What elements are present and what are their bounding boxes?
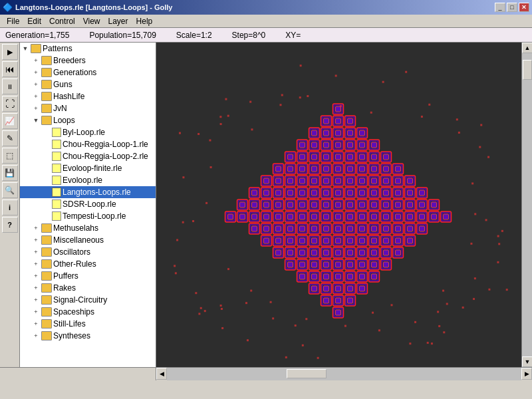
tree-item-methuselahs[interactable]: + Methuselahs bbox=[20, 222, 156, 234]
menu-file[interactable]: File bbox=[3, 15, 23, 27]
tree-item-puffers[interactable]: + Puffers bbox=[20, 270, 156, 282]
tree-item-syntheses[interactable]: + Syntheses bbox=[20, 330, 156, 342]
tree-item-signal-circuitry[interactable]: + Signal-Circuitry bbox=[20, 294, 156, 306]
scroll-thumb-vertical[interactable] bbox=[523, 60, 532, 80]
expander-chou1 bbox=[41, 139, 52, 150]
tree-item-chou1[interactable]: Chou-Reggia-Loop-1.rle bbox=[20, 138, 156, 150]
tree-item-tempesti[interactable]: Tempesti-Loop.rle bbox=[20, 210, 156, 222]
tree-label-oscillators: Oscillators bbox=[53, 247, 90, 257]
expander-hashlife[interactable]: + bbox=[31, 91, 41, 102]
tree-item-langtons[interactable]: Langtons-Loops.rle bbox=[20, 186, 156, 198]
file-tree[interactable]: ▼ Patterns + Breeders + Generations + Gu… bbox=[20, 43, 156, 367]
tree-label-generations: Generations bbox=[53, 68, 96, 77]
expander-evoloop bbox=[41, 175, 52, 186]
folder-icon-methuselahs bbox=[41, 223, 52, 233]
window-controls: _ □ ✕ bbox=[495, 3, 529, 12]
menu-edit[interactable]: Edit bbox=[23, 15, 45, 27]
expander-patterns[interactable]: ▼ bbox=[20, 43, 31, 54]
expander-other-rules[interactable]: + bbox=[31, 259, 41, 269]
tree-label-chou1: Chou-Reggia-Loop-1.rle bbox=[63, 140, 148, 149]
expander-breeders[interactable]: + bbox=[31, 55, 41, 66]
tree-item-guns[interactable]: + Guns bbox=[20, 78, 156, 90]
tree-item-patterns[interactable]: ▼ Patterns bbox=[20, 43, 156, 55]
status-bar: Generation=1,755 Population=15,709 Scale… bbox=[0, 28, 532, 43]
tree-label-signal: Signal-Circuitry bbox=[53, 295, 107, 305]
chart-button[interactable]: 📈 bbox=[2, 113, 18, 129]
expander-oscillators[interactable]: + bbox=[31, 247, 41, 257]
save-button[interactable]: 💾 bbox=[2, 165, 18, 181]
file-icon-chou1 bbox=[52, 140, 61, 149]
expander-misc[interactable]: + bbox=[31, 235, 41, 245]
tree-label-still: Still-Lifes bbox=[53, 319, 86, 329]
menu-control[interactable]: Control bbox=[45, 15, 79, 27]
folder-icon-signal bbox=[41, 295, 52, 305]
folder-icon-breeders bbox=[41, 56, 52, 65]
expander-rakes[interactable]: + bbox=[31, 283, 41, 293]
expander-signal[interactable]: + bbox=[31, 295, 41, 305]
info-button[interactable]: i bbox=[2, 200, 18, 215]
expander-generations[interactable]: + bbox=[31, 67, 41, 78]
tree-item-misc[interactable]: + Miscellaneous bbox=[20, 234, 156, 246]
scroll-track-vertical[interactable] bbox=[522, 53, 532, 356]
tree-item-sdsr[interactable]: SDSR-Loop.rle bbox=[20, 198, 156, 210]
tree-item-breeders[interactable]: + Breeders bbox=[20, 55, 156, 66]
close-button[interactable]: ✕ bbox=[519, 3, 529, 12]
select-button[interactable]: ⬚ bbox=[2, 148, 18, 164]
grid-button[interactable]: ⛶ bbox=[2, 96, 18, 112]
expander-still[interactable]: + bbox=[31, 319, 41, 329]
tree-item-oscillators[interactable]: + Oscillators bbox=[20, 246, 156, 258]
scroll-track-horizontal[interactable] bbox=[167, 368, 521, 380]
help-button[interactable]: ? bbox=[2, 217, 18, 233]
tree-item-chou2[interactable]: Chou-Reggia-Loop-2.rle bbox=[20, 150, 156, 162]
pencil-button[interactable]: ✎ bbox=[2, 130, 18, 146]
tree-label-syntheses: Syntheses bbox=[53, 331, 90, 340]
file-icon-evoloop-finite bbox=[52, 164, 61, 173]
expander-puffers[interactable]: + bbox=[31, 271, 41, 281]
tree-item-byl-loop[interactable]: Byl-Loop.rle bbox=[20, 126, 156, 138]
expander-loops[interactable]: ▼ bbox=[31, 115, 41, 126]
expander-syntheses[interactable]: + bbox=[31, 331, 41, 341]
tree-label-rakes: Rakes bbox=[53, 283, 76, 293]
tree-item-generations[interactable]: + Generations bbox=[20, 66, 156, 78]
population-label: Population=15,709 bbox=[89, 31, 156, 40]
expander-tempesti bbox=[41, 211, 52, 221]
tree-item-loops[interactable]: ▼ Loops bbox=[20, 114, 156, 126]
tree-item-evoloop[interactable]: Evoloop.rle bbox=[20, 174, 156, 186]
folder-icon-generations bbox=[41, 68, 52, 77]
play-button[interactable]: ▶ bbox=[2, 44, 18, 60]
scroll-left-button[interactable]: ◀ bbox=[156, 368, 167, 380]
tree-item-still-lifes[interactable]: + Still-Lifes bbox=[20, 318, 156, 330]
minimize-button[interactable]: _ bbox=[495, 3, 505, 12]
step-button[interactable]: ⏸ bbox=[2, 78, 18, 94]
file-icon-langtons bbox=[52, 188, 61, 197]
vertical-scrollbar[interactable]: ▲ ▼ bbox=[521, 43, 532, 367]
zoom-button[interactable]: 🔍 bbox=[2, 182, 18, 198]
maximize-button[interactable]: □ bbox=[507, 3, 517, 12]
scroll-right-button[interactable]: ▶ bbox=[521, 368, 532, 380]
scroll-thumb-horizontal[interactable] bbox=[287, 369, 327, 378]
scale-label: Scale=1:2 bbox=[176, 31, 212, 40]
tree-item-evoloop-finite[interactable]: Evoloop-finite.rle bbox=[20, 162, 156, 174]
rewind-button[interactable]: ⏮ bbox=[2, 61, 18, 77]
scroll-down-button[interactable]: ▼ bbox=[522, 356, 532, 367]
folder-icon-rakes bbox=[41, 283, 52, 293]
tree-item-hashlife[interactable]: + HashLife bbox=[20, 90, 156, 102]
folder-icon-syntheses bbox=[41, 331, 52, 340]
tree-item-other-rules[interactable]: + Other-Rules bbox=[20, 258, 156, 270]
menu-view[interactable]: View bbox=[79, 15, 104, 27]
tree-item-rakes[interactable]: + Rakes bbox=[20, 282, 156, 294]
simulation-canvas[interactable] bbox=[156, 43, 521, 367]
menu-help[interactable]: Help bbox=[132, 15, 157, 27]
expander-methuselahs[interactable]: + bbox=[31, 223, 41, 233]
tree-item-jvn[interactable]: + JvN bbox=[20, 102, 156, 114]
expander-spaceships[interactable]: + bbox=[31, 307, 41, 317]
file-icon-evoloop bbox=[52, 176, 61, 185]
xy-label: XY= bbox=[285, 31, 301, 40]
menu-layer[interactable]: Layer bbox=[104, 15, 132, 27]
title-bar: 🔷 Langtons-Loops.rle [Langtons-Loops] - … bbox=[0, 0, 532, 15]
tree-item-spaceships[interactable]: + Spaceships bbox=[20, 306, 156, 318]
expander-guns[interactable]: + bbox=[31, 79, 41, 90]
expander-jvn[interactable]: + bbox=[31, 103, 41, 114]
tree-label-spaceships: Spaceships bbox=[53, 307, 94, 317]
scroll-up-button[interactable]: ▲ bbox=[522, 43, 532, 53]
